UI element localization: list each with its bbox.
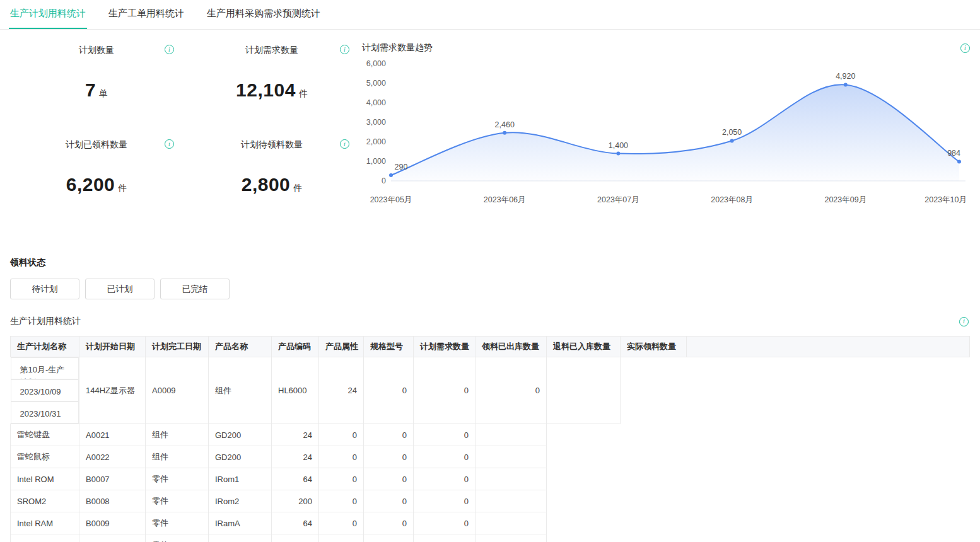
filler-cell: [475, 512, 547, 534]
info-icon[interactable]: [165, 139, 174, 149]
table-row: Intel RAMB0009零件IRamA64000: [11, 512, 970, 534]
stat-label: 计划数量: [79, 45, 114, 55]
stat-label: 计划待领料数量: [241, 139, 303, 149]
product-attr-cell: 零件: [146, 468, 209, 490]
returned-qty-cell: 0: [364, 490, 414, 512]
returned-qty-cell: 0: [414, 357, 475, 424]
tab-purchase-demand-forecast-stats[interactable]: 生产用料采购需求预测统计: [206, 8, 322, 29]
issued-qty-cell: 0: [319, 512, 364, 534]
product-name-cell: 雷蛇键盘: [11, 424, 79, 446]
column-header: 生产计划名称: [11, 337, 79, 357]
x-tick-label: 2023年08月: [711, 195, 753, 204]
y-tick-label: 0: [382, 176, 386, 185]
issued-qty-cell: 0: [319, 468, 364, 490]
stat-unit: 件: [293, 183, 302, 193]
x-tick-label: 2023年07月: [597, 195, 639, 204]
stat-value: 12,104件: [184, 79, 359, 101]
data-point-dot: [616, 152, 620, 156]
actual-picked-qty-cell: 0: [414, 512, 475, 534]
stat-number: 12,104: [236, 79, 296, 100]
issued-qty-cell: 0: [319, 490, 364, 512]
product-name-cell: SROM2: [11, 490, 79, 512]
stat-value: 2,800件: [184, 174, 359, 195]
actual-picked-qty-cell: 0: [414, 446, 475, 468]
plan-demand-qty-cell: 200: [272, 490, 319, 512]
column-header-filler: [687, 337, 970, 357]
issued-qty-cell: 0: [364, 357, 414, 424]
product-code-cell: A0009: [146, 357, 209, 424]
tab-production-plan-material-stats[interactable]: 生产计划用料统计: [9, 8, 87, 29]
point-label: 2,050: [722, 128, 742, 137]
plan-demand-qty-cell: 64: [272, 468, 319, 490]
product-code-cell: B0010: [79, 534, 146, 542]
tab-work-order-material-stats[interactable]: 生产工单用料统计: [107, 8, 185, 29]
stats-grid: 计划数量 7单 计划需求数量 12,104件 计划已领料数量 6,200件: [9, 30, 359, 233]
table-row: 雷蛇鼠标A0022组件GD20024000: [11, 446, 970, 468]
stat-number: 6,200: [66, 174, 115, 195]
y-tick-label: 5,000: [366, 79, 386, 88]
data-point-dot: [957, 159, 961, 163]
data-point-dot: [503, 131, 506, 135]
picking-status-title: 领料状态: [10, 257, 970, 268]
product-code-cell: B0008: [79, 490, 146, 512]
filler-cell: [547, 357, 621, 424]
stat-label: 计划已领料数量: [66, 139, 127, 149]
chart-header: 计划需求数量趋势: [359, 37, 971, 54]
product-name-cell: 144HZ显示器: [79, 357, 146, 424]
table-row: SRAMB0010零件IRamB200000: [11, 534, 970, 542]
x-tick-label: 2023年05月: [370, 195, 412, 204]
stat-issued-qty: 计划已领料数量 6,200件: [9, 139, 184, 233]
table-info-icon[interactable]: [959, 317, 969, 326]
spec-model-cell: IRom2: [209, 490, 272, 512]
spec-model-cell: IRamA: [209, 512, 272, 534]
stat-plan-count: 计划数量 7单: [9, 44, 184, 139]
chart-info-icon[interactable]: [960, 43, 970, 53]
status-filter-row: 待计划 已计划 已完结: [10, 279, 970, 299]
product-code-cell: B0009: [79, 512, 146, 534]
plan-demand-qty-cell: 200: [272, 534, 319, 542]
y-tick-label: 1,000: [366, 157, 386, 166]
plan-demand-qty-cell: 24: [319, 357, 364, 424]
x-tick-label: 2023年10月: [925, 195, 967, 204]
overview-section: 计划数量 7单 计划需求数量 12,104件 计划已领料数量 6,200件: [0, 30, 980, 233]
column-header: 实际领料数量: [621, 337, 687, 357]
status-filter-completed[interactable]: 已完结: [160, 279, 230, 299]
data-point-dot: [844, 83, 848, 86]
status-filter-planned[interactable]: 已计划: [85, 279, 155, 299]
stat-plan-demand-qty: 计划需求数量 12,104件: [184, 44, 359, 139]
table-title: 生产计划用料统计: [10, 316, 81, 327]
stat-label: 计划需求数量: [245, 45, 298, 55]
table-header-row: 生产计划名称计划开始日期计划完工日期产品名称产品编码产品属性规格型号计划需求数量…: [11, 337, 970, 357]
chart-area: [391, 84, 959, 181]
filler-cell: [475, 534, 547, 542]
table-row: 第10月-生产计划2023.10B022023/10/092023/10/311…: [11, 357, 970, 424]
table-header-bar: 生产计划用料统计: [10, 316, 970, 327]
returned-qty-cell: 0: [364, 468, 414, 490]
x-tick-label: 2023年09月: [824, 195, 866, 204]
column-header: 规格型号: [364, 337, 414, 357]
actual-picked-qty-cell: 0: [414, 424, 475, 446]
plan-demand-qty-cell: 24: [272, 424, 319, 446]
column-header: 产品编码: [272, 337, 319, 357]
y-tick-label: 3,000: [366, 118, 386, 127]
info-icon[interactable]: [165, 45, 174, 54]
stat-value: 6,200件: [9, 174, 184, 195]
info-icon[interactable]: [340, 139, 349, 149]
status-filter-pending-plan[interactable]: 待计划: [10, 279, 79, 299]
product-code-cell: A0021: [79, 424, 146, 446]
stat-unit: 件: [118, 183, 127, 193]
filler-cell: [475, 490, 547, 512]
plan-end-date-cell: 2023/10/31: [11, 401, 79, 424]
table-row: SROM2B0008零件IRom2200000: [11, 490, 970, 512]
plan-start-date-cell: 2023/10/09: [11, 379, 79, 401]
data-point-dot: [389, 173, 393, 177]
actual-picked-qty-cell: 0: [414, 534, 475, 542]
spec-model-cell: GD200: [209, 424, 272, 446]
product-attr-cell: 组件: [209, 357, 272, 424]
product-name-cell: SRAM: [11, 534, 79, 542]
info-icon[interactable]: [340, 45, 349, 54]
product-attr-cell: 零件: [146, 512, 209, 534]
filler-cell: [475, 424, 547, 446]
returned-qty-cell: 0: [364, 446, 414, 468]
table-body: 第10月-生产计划2023.10B022023/10/092023/10/311…: [11, 357, 970, 542]
